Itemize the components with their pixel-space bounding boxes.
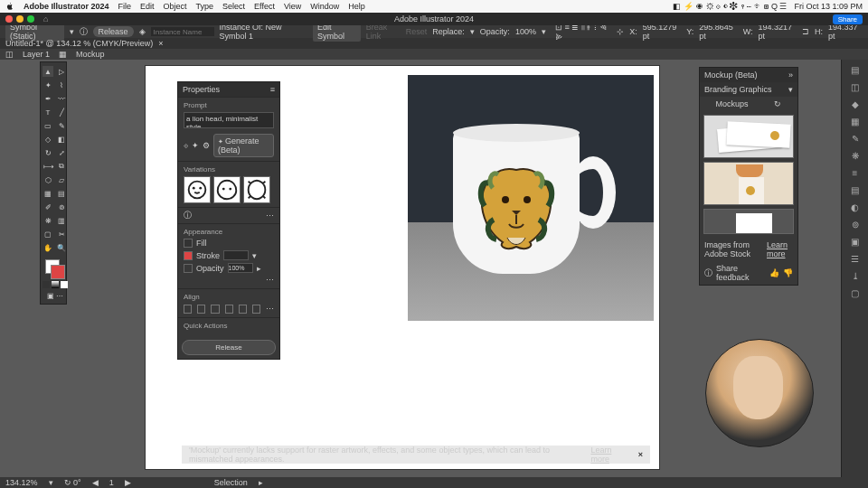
color-panel-icon[interactable]: ◆ [852,99,859,109]
opacity-dropdown-icon[interactable]: ▾ [542,27,546,36]
thumbs-up-icon[interactable]: 👍 [769,268,779,277]
layer-name[interactable]: Layer 1 [23,50,50,59]
clock[interactable]: Fri Oct 13 1:09 PM [794,2,863,11]
mockup-chip-label[interactable]: Mockup [76,50,105,59]
gradient-mode-icon[interactable] [52,281,59,288]
prompt-input[interactable]: a lion head, minimalist style [184,112,274,128]
fill-swatch-box[interactable] [184,239,193,248]
screen-mode-icon[interactable]: ▣ [47,292,54,300]
category-dropdown-icon[interactable]: ▾ [788,85,793,94]
settings-icon[interactable]: ⚙ [203,141,210,150]
gradient-panel-icon[interactable]: ▤ [851,185,859,195]
h-value[interactable]: 194.337 pt [828,23,863,41]
perspective-tool[interactable]: ▱ [56,174,67,185]
align-hcenter-icon[interactable] [197,305,205,314]
appearance-panel-icon[interactable]: ⊚ [852,220,859,230]
mockup-close-icon[interactable]: » [788,70,793,80]
menu-view[interactable]: View [284,2,301,11]
zoom-tool[interactable]: 🔍 [56,242,67,253]
color-mode-icon[interactable] [42,281,50,288]
menu-window[interactable]: Window [310,2,339,11]
dropdown-icon[interactable]: ▾ [70,27,74,36]
menu-type[interactable]: Type [196,2,214,11]
style-icon[interactable]: ✦ [192,141,199,150]
symbol-sprayer-tool[interactable]: ❋ [42,215,53,226]
maximize-window-button[interactable] [27,15,34,23]
layer-icon[interactable]: ◫ [5,50,14,59]
menu-effect[interactable]: Effect [254,2,275,11]
zoom-dropdown-icon[interactable]: ▾ [49,478,53,487]
shape-builder-tool[interactable]: ⬡ [42,174,53,185]
gradient-tool[interactable]: ▤ [56,188,67,199]
align-vcenter-icon[interactable] [239,305,247,314]
replace-dropdown[interactable]: ▾ [470,27,475,36]
slice-tool[interactable]: ✂ [56,229,67,239]
content-type-icon[interactable]: ⟐ [184,141,188,150]
artboard-nav-prev-icon[interactable]: ◀ [92,478,99,487]
document-tab[interactable]: Untitled-1* @ 134.12 % (CMYK/Preview) [5,39,153,48]
instance-name-input[interactable] [151,27,214,36]
lasso-tool[interactable]: ⌇ [56,80,67,90]
home-icon[interactable]: ⌂ [43,14,48,23]
variation-2[interactable] [213,176,241,203]
status-tool-caret-icon[interactable]: ▸ [259,478,263,487]
asset-export-panel-icon[interactable]: ⤓ [852,271,859,281]
opacity-box[interactable] [184,264,193,273]
transform-icon[interactable]: ⊹ [617,27,624,36]
mockup-chip-icon[interactable]: ▦ [59,50,67,59]
minimize-window-button[interactable] [16,15,24,23]
edit-toolbar-icon[interactable]: ⋯ [56,292,63,300]
artboard-tool[interactable]: ▢ [42,229,53,239]
menu-help[interactable]: Help [348,2,365,11]
reset-button[interactable]: Reset [406,27,428,36]
line-tool[interactable]: ╱ [56,107,67,117]
menu-edit[interactable]: Edit [140,2,155,11]
libraries-panel-icon[interactable]: ◫ [851,82,859,92]
paintbrush-tool[interactable]: ✎ [56,120,67,131]
x-value[interactable]: 595.1279 pt [643,23,681,41]
share-button[interactable]: Share [833,14,863,24]
stroke-swatch[interactable] [51,265,65,279]
align-top-icon[interactable] [225,305,233,314]
rotate-view[interactable]: ↻ 0° [64,478,81,487]
properties-panel-icon[interactable]: ▤ [851,65,859,75]
panel-menu-icon[interactable]: ≡ [270,85,275,94]
stock-learn-more-link[interactable]: Learn more [767,240,793,258]
mockup-category[interactable]: Branding Graphics [704,85,772,94]
menu-file[interactable]: File [118,2,132,11]
menu-object[interactable]: Object [164,2,187,11]
curvature-tool[interactable]: 〰 [56,93,67,104]
eyedropper-tool[interactable]: ✐ [42,202,53,212]
info-icon[interactable]: ⓘ [80,26,88,38]
feedback-info-icon[interactable]: ⓘ [704,267,712,279]
info-icon[interactable]: ⓘ [184,210,192,221]
mockup-thumb-3[interactable] [703,209,794,234]
scale-tool[interactable]: ⤢ [56,147,67,158]
align-right-icon[interactable] [211,305,219,314]
stroke-stepper-icon[interactable]: ▾ [252,251,257,260]
w-value[interactable]: 194.3217 pt [759,23,797,41]
fill-stroke-swatch[interactable] [45,259,65,279]
stroke-panel-icon[interactable]: ≡ [853,168,858,178]
mockup-thumb-2[interactable] [703,162,794,205]
refresh-icon[interactable]: ↻ [774,99,781,108]
transparency-panel-icon[interactable]: ◐ [851,202,859,212]
swatches-panel-icon[interactable]: ▦ [851,117,859,127]
magic-wand-tool[interactable]: ✦ [42,80,53,90]
rotate-tool[interactable]: ↻ [42,147,53,158]
align-left-icon[interactable] [184,305,192,314]
artboard-nav-next-icon[interactable]: ▶ [125,478,131,487]
lion-artwork[interactable] [471,156,561,256]
stroke-weight-input[interactable] [223,250,249,260]
opacity-input[interactable] [228,263,253,273]
warning-close-icon[interactable]: × [638,450,643,459]
release-button[interactable]: Release [93,26,134,37]
artboard-nav[interactable]: 1 [109,478,114,487]
opacity-stepper-icon[interactable]: ▸ [257,264,261,273]
brushes-panel-icon[interactable]: ✎ [852,134,859,144]
none-mode-icon[interactable] [61,281,68,288]
app-name[interactable]: Adobe Illustrator 2024 [24,2,109,11]
appearance-more-icon[interactable]: ⋯ [266,276,274,285]
warning-learn-more-link[interactable]: Learn more [590,446,627,464]
hand-tool[interactable]: ✋ [42,242,53,253]
